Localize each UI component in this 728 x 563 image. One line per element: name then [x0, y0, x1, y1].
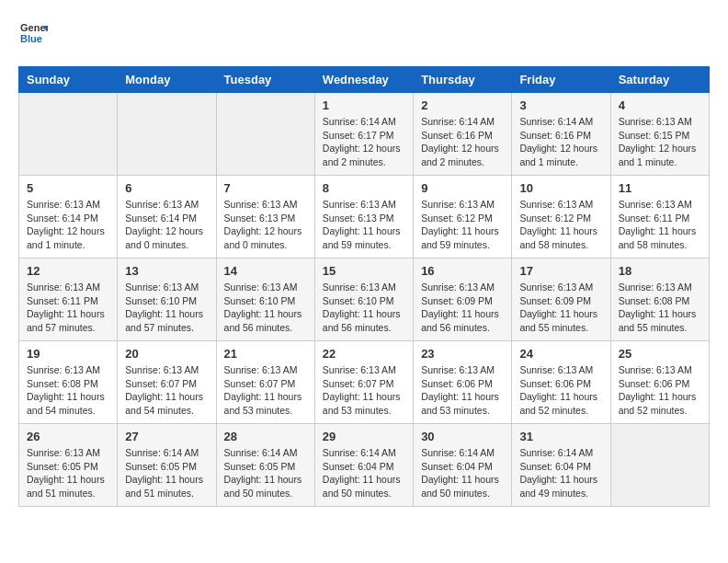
day-info: Sunrise: 6:13 AM Sunset: 6:07 PM Dayligh… — [323, 363, 405, 418]
day-number: 24 — [519, 347, 602, 361]
calendar-cell: 30Sunrise: 6:14 AM Sunset: 6:04 PM Dayli… — [414, 424, 512, 507]
day-number: 28 — [224, 430, 307, 443]
day-number: 21 — [224, 347, 307, 361]
calendar-cell: 1Sunrise: 6:14 AM Sunset: 6:17 PM Daylig… — [314, 93, 413, 176]
calendar-cell: 7Sunrise: 6:13 AM Sunset: 6:13 PM Daylig… — [216, 176, 314, 259]
calendar-week-row: 26Sunrise: 6:13 AM Sunset: 6:05 PM Dayli… — [19, 424, 710, 507]
calendar-cell: 15Sunrise: 6:13 AM Sunset: 6:10 PM Dayli… — [314, 259, 413, 341]
day-number: 6 — [125, 181, 208, 195]
day-header-friday: Friday — [512, 67, 610, 93]
calendar-week-row: 12Sunrise: 6:13 AM Sunset: 6:11 PM Dayli… — [19, 259, 710, 341]
day-info: Sunrise: 6:13 AM Sunset: 6:09 PM Dayligh… — [421, 281, 504, 335]
day-header-saturday: Saturday — [610, 67, 709, 93]
calendar-cell: 22Sunrise: 6:13 AM Sunset: 6:07 PM Dayli… — [314, 341, 413, 424]
day-info: Sunrise: 6:13 AM Sunset: 6:09 PM Dayligh… — [519, 281, 602, 335]
logo-icon: General Blue — [18, 18, 48, 52]
day-info: Sunrise: 6:13 AM Sunset: 6:05 PM Dayligh… — [27, 446, 109, 500]
calendar-cell: 17Sunrise: 6:13 AM Sunset: 6:09 PM Dayli… — [512, 259, 610, 341]
day-info: Sunrise: 6:14 AM Sunset: 6:04 PM Dayligh… — [421, 446, 504, 500]
calendar-cell — [19, 93, 118, 176]
day-info: Sunrise: 6:13 AM Sunset: 6:07 PM Dayligh… — [125, 363, 208, 418]
day-number: 10 — [519, 181, 602, 195]
calendar-week-row: 5Sunrise: 6:13 AM Sunset: 6:14 PM Daylig… — [19, 176, 710, 259]
days-header-row: SundayMondayTuesdayWednesdayThursdayFrid… — [19, 67, 710, 93]
svg-text:Blue: Blue — [20, 33, 42, 44]
calendar-cell — [216, 93, 314, 176]
calendar-cell: 14Sunrise: 6:13 AM Sunset: 6:10 PM Dayli… — [216, 259, 314, 341]
day-info: Sunrise: 6:13 AM Sunset: 6:06 PM Dayligh… — [421, 363, 504, 418]
calendar-cell: 26Sunrise: 6:13 AM Sunset: 6:05 PM Dayli… — [19, 424, 118, 507]
day-number: 15 — [323, 264, 405, 278]
day-info: Sunrise: 6:14 AM Sunset: 6:05 PM Dayligh… — [224, 446, 307, 500]
day-info: Sunrise: 6:14 AM Sunset: 6:04 PM Dayligh… — [323, 446, 405, 500]
day-number: 17 — [519, 264, 602, 278]
day-info: Sunrise: 6:14 AM Sunset: 6:17 PM Dayligh… — [323, 115, 405, 169]
day-info: Sunrise: 6:13 AM Sunset: 6:14 PM Dayligh… — [125, 198, 208, 252]
day-number: 20 — [125, 347, 208, 361]
day-number: 8 — [323, 181, 405, 195]
calendar-cell: 2Sunrise: 6:14 AM Sunset: 6:16 PM Daylig… — [414, 93, 512, 176]
day-info: Sunrise: 6:14 AM Sunset: 6:04 PM Dayligh… — [519, 446, 602, 500]
day-info: Sunrise: 6:13 AM Sunset: 6:11 PM Dayligh… — [27, 281, 109, 335]
day-number: 27 — [125, 430, 208, 443]
day-header-sunday: Sunday — [19, 67, 118, 93]
day-info: Sunrise: 6:13 AM Sunset: 6:06 PM Dayligh… — [619, 363, 701, 418]
calendar-cell: 9Sunrise: 6:13 AM Sunset: 6:12 PM Daylig… — [414, 176, 512, 259]
day-number: 18 — [619, 264, 701, 278]
calendar-cell — [118, 93, 216, 176]
svg-text:General: General — [20, 22, 48, 33]
day-info: Sunrise: 6:13 AM Sunset: 6:10 PM Dayligh… — [323, 281, 405, 335]
day-number: 3 — [519, 98, 602, 112]
calendar-cell: 4Sunrise: 6:13 AM Sunset: 6:15 PM Daylig… — [610, 93, 709, 176]
day-info: Sunrise: 6:13 AM Sunset: 6:15 PM Dayligh… — [619, 115, 701, 169]
day-info: Sunrise: 6:14 AM Sunset: 6:05 PM Dayligh… — [125, 446, 208, 500]
calendar-cell: 16Sunrise: 6:13 AM Sunset: 6:09 PM Dayli… — [414, 259, 512, 341]
calendar-week-row: 19Sunrise: 6:13 AM Sunset: 6:08 PM Dayli… — [19, 341, 710, 424]
day-info: Sunrise: 6:13 AM Sunset: 6:08 PM Dayligh… — [27, 363, 109, 418]
day-info: Sunrise: 6:13 AM Sunset: 6:13 PM Dayligh… — [224, 198, 307, 252]
calendar-cell: 11Sunrise: 6:13 AM Sunset: 6:11 PM Dayli… — [610, 176, 709, 259]
day-number: 4 — [619, 98, 701, 112]
day-header-thursday: Thursday — [414, 67, 512, 93]
calendar-cell: 8Sunrise: 6:13 AM Sunset: 6:13 PM Daylig… — [314, 176, 413, 259]
calendar-cell: 31Sunrise: 6:14 AM Sunset: 6:04 PM Dayli… — [512, 424, 610, 507]
day-header-monday: Monday — [118, 67, 216, 93]
day-number: 14 — [224, 264, 307, 278]
calendar-cell — [610, 424, 709, 507]
day-number: 9 — [421, 181, 504, 195]
day-info: Sunrise: 6:13 AM Sunset: 6:10 PM Dayligh… — [125, 281, 208, 335]
day-number: 22 — [323, 347, 405, 361]
day-number: 31 — [519, 430, 602, 443]
calendar-cell: 21Sunrise: 6:13 AM Sunset: 6:07 PM Dayli… — [216, 341, 314, 424]
day-number: 16 — [421, 264, 504, 278]
day-info: Sunrise: 6:14 AM Sunset: 6:16 PM Dayligh… — [421, 115, 504, 169]
calendar-cell: 12Sunrise: 6:13 AM Sunset: 6:11 PM Dayli… — [19, 259, 118, 341]
day-number: 12 — [27, 264, 109, 278]
calendar-cell: 6Sunrise: 6:13 AM Sunset: 6:14 PM Daylig… — [118, 176, 216, 259]
day-header-tuesday: Tuesday — [216, 67, 314, 93]
day-number: 30 — [421, 430, 504, 443]
calendar-cell: 29Sunrise: 6:14 AM Sunset: 6:04 PM Dayli… — [314, 424, 413, 507]
calendar-cell: 10Sunrise: 6:13 AM Sunset: 6:12 PM Dayli… — [512, 176, 610, 259]
calendar-cell: 5Sunrise: 6:13 AM Sunset: 6:14 PM Daylig… — [19, 176, 118, 259]
day-number: 19 — [27, 347, 109, 361]
day-info: Sunrise: 6:13 AM Sunset: 6:06 PM Dayligh… — [519, 363, 602, 418]
day-number: 5 — [27, 181, 109, 195]
day-number: 7 — [224, 181, 307, 195]
calendar-cell: 13Sunrise: 6:13 AM Sunset: 6:10 PM Dayli… — [118, 259, 216, 341]
calendar-cell: 19Sunrise: 6:13 AM Sunset: 6:08 PM Dayli… — [19, 341, 118, 424]
day-number: 13 — [125, 264, 208, 278]
day-info: Sunrise: 6:13 AM Sunset: 6:12 PM Dayligh… — [421, 198, 504, 252]
day-info: Sunrise: 6:13 AM Sunset: 6:11 PM Dayligh… — [619, 198, 701, 252]
header: General Blue — [18, 18, 710, 52]
day-number: 25 — [619, 347, 701, 361]
day-info: Sunrise: 6:13 AM Sunset: 6:08 PM Dayligh… — [619, 281, 701, 335]
day-header-wednesday: Wednesday — [314, 67, 413, 93]
calendar-cell: 24Sunrise: 6:13 AM Sunset: 6:06 PM Dayli… — [512, 341, 610, 424]
calendar-cell: 27Sunrise: 6:14 AM Sunset: 6:05 PM Dayli… — [118, 424, 216, 507]
calendar-cell: 25Sunrise: 6:13 AM Sunset: 6:06 PM Dayli… — [610, 341, 709, 424]
calendar-cell: 3Sunrise: 6:14 AM Sunset: 6:16 PM Daylig… — [512, 93, 610, 176]
day-number: 1 — [323, 98, 405, 112]
day-number: 26 — [27, 430, 109, 443]
logo: General Blue — [18, 18, 48, 52]
